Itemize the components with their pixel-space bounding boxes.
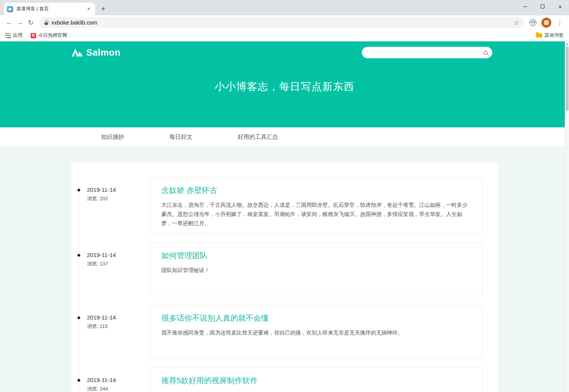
search-box[interactable] bbox=[362, 47, 492, 58]
views-label: 浏览: bbox=[87, 323, 99, 329]
search-icon[interactable] bbox=[483, 51, 488, 55]
profile-avatar[interactable] bbox=[541, 18, 551, 28]
views-count: 244 bbox=[100, 386, 108, 392]
scrollbar-thumb[interactable] bbox=[566, 46, 569, 111]
back-icon[interactable]: ← bbox=[4, 17, 15, 28]
globe-icon[interactable] bbox=[528, 17, 538, 28]
post-views: 浏览: 137 bbox=[87, 260, 146, 267]
nav-item-tools[interactable]: 好用的工具汇总 bbox=[238, 133, 278, 141]
post-title[interactable]: 如何管理团队 bbox=[162, 250, 471, 261]
window-controls: × bbox=[516, 0, 569, 15]
post-item: 2019-11-14 浏览: 115 很多话你不说别人真的就不会懂 我不推崇感同… bbox=[71, 305, 490, 359]
scroll-up-icon[interactable]: ▲ bbox=[565, 41, 569, 46]
forward-icon[interactable]: → bbox=[15, 17, 25, 28]
apps-shortcut[interactable]: 应用 bbox=[5, 32, 23, 39]
apps-grid-icon bbox=[5, 33, 11, 38]
maximize-button[interactable] bbox=[534, 0, 551, 13]
page-scrollbar[interactable]: ▲ bbox=[565, 41, 569, 392]
post-excerpt: 团队知识管理秘诀！ bbox=[162, 265, 471, 275]
other-bookmarks[interactable]: 其他书签 bbox=[536, 32, 564, 39]
views-count: 202 bbox=[100, 196, 108, 201]
minimize-button[interactable] bbox=[516, 0, 534, 13]
minimize-icon bbox=[523, 7, 527, 7]
new-tab-button[interactable]: + bbox=[97, 3, 109, 14]
post-meta: 2019-11-14 浏览: 137 bbox=[71, 242, 150, 296]
hot-favicon-icon: R bbox=[31, 33, 36, 38]
timeline-bullet-icon bbox=[78, 379, 80, 382]
timeline-bullet-icon bbox=[78, 189, 80, 191]
tab-title: 潇潇博客 | 首页 bbox=[16, 6, 82, 12]
apps-label: 应用 bbox=[13, 32, 23, 39]
post-date: 2019-11-14 bbox=[87, 252, 146, 258]
post-title[interactable]: 推荐5款好用的视屏制作软件 bbox=[162, 376, 471, 386]
nav-item-daily[interactable]: 每日好文 bbox=[170, 133, 193, 141]
tab-strip: 潇潇博客 | 首页 × + × bbox=[0, 0, 569, 15]
site-header: Salmon 小小博客志，每日写点新东西 bbox=[0, 41, 569, 127]
post-card[interactable]: 如何管理团队 团队知识管理秘诀！ bbox=[150, 242, 483, 296]
maximize-icon bbox=[541, 5, 544, 8]
timeline-bullet-icon bbox=[78, 316, 80, 319]
post-title[interactable]: 念奴娇 赤壁怀古 bbox=[162, 185, 471, 196]
bookmark-item-hot[interactable]: R 今日热榜官网 bbox=[31, 32, 67, 39]
tab-close-icon[interactable]: × bbox=[85, 6, 92, 13]
views-count: 137 bbox=[100, 261, 108, 267]
lock-icon bbox=[45, 22, 48, 25]
browser-window: 潇潇博客 | 首页 × + × ← → ↻ xxboke.baklib.com … bbox=[0, 0, 569, 392]
views-label: 浏览: bbox=[87, 261, 99, 267]
post-date: 2019-11-14 bbox=[87, 314, 146, 321]
post-date: 2019-11-14 bbox=[87, 377, 146, 383]
post-excerpt: 视屏制作软件推荐 bbox=[162, 390, 471, 392]
post-excerpt: 大江东去，浪淘尽，千古风流人物。故垒西边，人道是，三国周郎赤壁。乱石穿空，惊涛拍… bbox=[162, 200, 471, 228]
menu-icon[interactable]: ⋮ bbox=[554, 17, 565, 28]
post-views: 浏览: 115 bbox=[87, 323, 146, 330]
logo-text: Salmon bbox=[86, 47, 121, 58]
timeline-bullet-icon bbox=[78, 254, 80, 257]
bookmark-label: 今日热榜官网 bbox=[38, 32, 67, 39]
post-item: 2019-11-14 浏览: 137 如何管理团队 团队知识管理秘诀！ bbox=[71, 242, 490, 296]
post-excerpt: 我不推崇感同身受，因为这简直比登天还要难，你自己的痛，在别人听来无非是无关痛痒的… bbox=[162, 328, 471, 337]
bookmark-star-icon[interactable]: ☆ bbox=[514, 19, 519, 26]
page-viewport: Salmon 小小博客志，每日写点新东西 知识摘抄 每日好文 好用的工具汇总 bbox=[0, 41, 569, 392]
post-views: 浏览: 202 bbox=[87, 195, 146, 202]
views-count: 115 bbox=[100, 323, 108, 329]
logo-mountain-icon bbox=[71, 48, 83, 57]
other-bookmarks-label: 其他书签 bbox=[544, 32, 564, 39]
post-card[interactable]: 推荐5款好用的视屏制作软件 视屏制作软件推荐 bbox=[150, 367, 483, 392]
address-bar[interactable]: xxboke.baklib.com ☆ bbox=[39, 17, 524, 28]
close-button[interactable]: × bbox=[551, 0, 569, 13]
post-card[interactable]: 念奴娇 赤壁怀古 大江东去，浪淘尽，千古风流人物。故垒西边，人道是，三国周郎赤壁… bbox=[150, 177, 483, 234]
tab-favicon-icon bbox=[7, 6, 13, 12]
views-label: 浏览: bbox=[87, 386, 99, 392]
url-text[interactable]: xxboke.baklib.com bbox=[51, 20, 510, 26]
post-meta: 2019-11-14 浏览: 115 bbox=[71, 305, 150, 359]
post-views: 浏览: 244 bbox=[87, 385, 146, 392]
globe-glyph bbox=[529, 19, 536, 26]
reload-icon[interactable]: ↻ bbox=[25, 17, 36, 28]
post-list-card: 2019-11-14 浏览: 202 念奴娇 赤壁怀古 大江东去，浪淘尽，千古风… bbox=[71, 163, 498, 392]
post-meta: 2019-11-14 浏览: 202 bbox=[71, 177, 150, 234]
post-item: 2019-11-14 浏览: 202 念奴娇 赤壁怀古 大江东去，浪淘尽，千古风… bbox=[71, 177, 490, 234]
post-card[interactable]: 很多话你不说别人真的就不会懂 我不推崇感同身受，因为这简直比登天还要难，你自己的… bbox=[150, 305, 483, 359]
timeline: 2019-11-14 浏览: 202 念奴娇 赤壁怀古 大江东去，浪淘尽，千古风… bbox=[71, 177, 490, 392]
views-label: 浏览: bbox=[87, 196, 99, 201]
post-item: 2019-11-14 浏览: 244 推荐5款好用的视屏制作软件 视屏制作软件推… bbox=[71, 367, 490, 392]
bookmarks-bar: 应用 R 今日热榜官网 其他书签 bbox=[0, 30, 569, 41]
post-meta: 2019-11-14 浏览: 244 bbox=[71, 367, 150, 392]
post-title[interactable]: 很多话你不说别人真的就不会懂 bbox=[162, 313, 471, 323]
nav-item-excerpts[interactable]: 知识摘抄 bbox=[101, 133, 124, 141]
browser-tab[interactable]: 潇潇博客 | 首页 × bbox=[4, 3, 95, 15]
site-nav: 知识摘抄 每日好文 好用的工具汇总 bbox=[0, 127, 569, 147]
browser-toolbar: ← → ↻ xxboke.baklib.com ☆ ⋮ bbox=[0, 15, 569, 30]
hero-title: 小小博客志，每日写点新东西 bbox=[0, 80, 569, 94]
folder-icon bbox=[536, 33, 542, 38]
content-area: 2019-11-14 浏览: 202 念奴娇 赤壁怀古 大江东去，浪淘尽，千古风… bbox=[0, 147, 569, 392]
post-date: 2019-11-14 bbox=[87, 186, 146, 193]
site-logo[interactable]: Salmon bbox=[71, 47, 121, 58]
search-input[interactable] bbox=[366, 49, 483, 56]
